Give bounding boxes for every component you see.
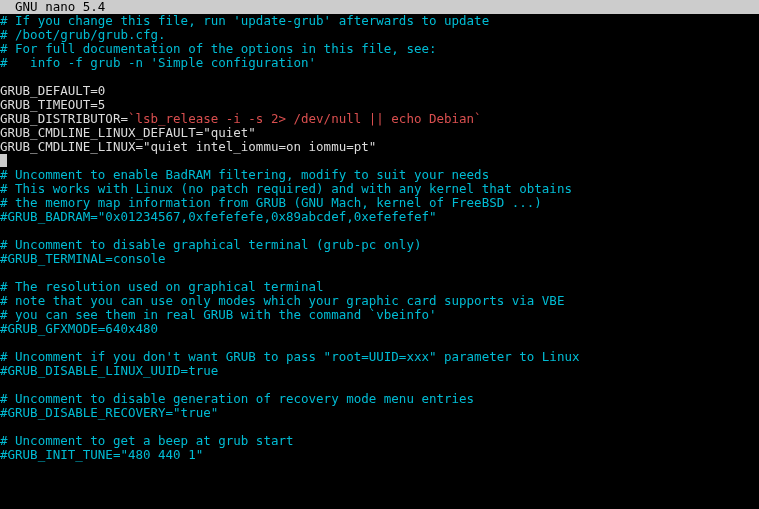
text-segment: # For full documentation of the options … [0,41,437,56]
text-segment: #GRUB_DISABLE_LINUX_UUID=true [0,363,218,378]
editor-line: # This works with Linux (no patch requir… [0,182,759,196]
text-segment: # Uncomment to get a beep at grub start [0,433,294,448]
text-segment: #GRUB_BADRAM="0x01234567,0xfefefefe,0x89… [0,209,437,224]
editor-line: # If you change this file, run 'update-g… [0,14,759,28]
editor-line: # Uncomment to get a beep at grub start [0,434,759,448]
text-segment: # you can see them in real GRUB with the… [0,307,437,322]
text-segment: # info -f grub -n 'Simple configuration' [0,55,316,70]
editor-line: GRUB_DISTRIBUTOR=`lsb_release -i -s 2> /… [0,112,759,126]
text-segment: GRUB_CMDLINE_LINUX="quiet intel_iommu=on… [0,139,376,154]
editor-line: # Uncomment if you don't want GRUB to pa… [0,350,759,364]
text-segment: # This works with Linux (no patch requir… [0,181,572,196]
text-segment: GRUB_CMDLINE_LINUX_DEFAULT="quiet" [0,125,256,140]
editor-line: # you can see them in real GRUB with the… [0,308,759,322]
editor-line [0,70,759,84]
editor-line: # /boot/grub/grub.cfg. [0,28,759,42]
editor-line: # For full documentation of the options … [0,42,759,56]
editor-line: #GRUB_DISABLE_LINUX_UUID=true [0,364,759,378]
text-segment: # the memory map information from GRUB (… [0,195,542,210]
text-segment: GRUB_TIMEOUT=5 [0,97,105,112]
text-segment: # Uncomment to disable graphical termina… [0,237,421,252]
editor-line [0,224,759,238]
text-segment: #GRUB_GFXMODE=640x480 [0,321,158,336]
editor-line: # Uncomment to enable BadRAM filtering, … [0,168,759,182]
editor-line: GRUB_DEFAULT=0 [0,84,759,98]
text-segment: # Uncomment to disable generation of rec… [0,391,474,406]
text-segment: #GRUB_DISABLE_RECOVERY="true" [0,405,218,420]
text-segment: # Uncomment if you don't want GRUB to pa… [0,349,579,364]
text-segment: GRUB_DISTRIBUTOR= [0,111,128,126]
editor-line: # the memory map information from GRUB (… [0,196,759,210]
text-segment: # /boot/grub/grub.cfg. [0,27,166,42]
text-segment: `lsb_release -i -s 2> /dev/null || echo … [128,111,482,126]
text-segment: # Uncomment to enable BadRAM filtering, … [0,167,489,182]
editor-line: #GRUB_INIT_TUNE="480 440 1" [0,448,759,462]
editor-line: GRUB_CMDLINE_LINUX="quiet intel_iommu=on… [0,140,759,154]
editor-line: #GRUB_BADRAM="0x01234567,0xfefefefe,0x89… [0,210,759,224]
text-segment: # note that you can use only modes which… [0,293,564,308]
text-segment: # The resolution used on graphical termi… [0,279,324,294]
editor-line: # info -f grub -n 'Simple configuration' [0,56,759,70]
cursor [0,154,7,167]
editor-line [0,266,759,280]
editor-area[interactable]: # If you change this file, run 'update-g… [0,14,759,462]
editor-line: # note that you can use only modes which… [0,294,759,308]
editor-line: # Uncomment to disable graphical termina… [0,238,759,252]
editor-line [0,420,759,434]
editor-line: GRUB_TIMEOUT=5 [0,98,759,112]
editor-line [0,378,759,392]
editor-line: # Uncomment to disable generation of rec… [0,392,759,406]
text-segment: #GRUB_TERMINAL=console [0,251,166,266]
editor-line: #GRUB_GFXMODE=640x480 [0,322,759,336]
editor-line: GRUB_CMDLINE_LINUX_DEFAULT="quiet" [0,126,759,140]
editor-line: #GRUB_TERMINAL=console [0,252,759,266]
editor-line [0,336,759,350]
text-segment: # If you change this file, run 'update-g… [0,13,489,28]
text-segment: GRUB_DEFAULT=0 [0,83,105,98]
text-segment: #GRUB_INIT_TUNE="480 440 1" [0,447,203,462]
editor-line: #GRUB_DISABLE_RECOVERY="true" [0,406,759,420]
editor-line [0,154,759,168]
nano-titlebar: GNU nano 5.4 [0,0,759,14]
editor-line: # The resolution used on graphical termi… [0,280,759,294]
